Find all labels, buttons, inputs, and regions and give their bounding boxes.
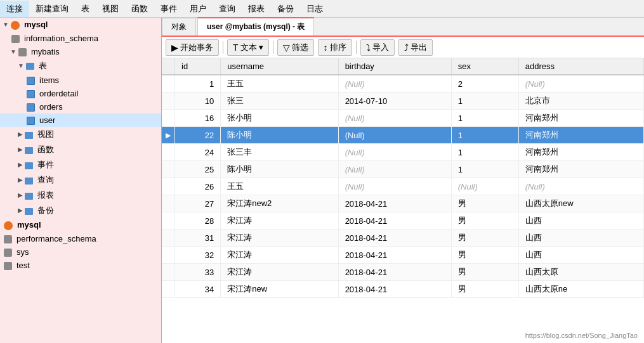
sidebar-item-11[interactable]: ▶查询 — [0, 172, 161, 188]
sidebar-item-14[interactable]: mysql — [0, 218, 161, 232]
tab-active[interactable]: user @mybatis (mysql) - 表 — [197, 17, 314, 36]
table-row[interactable]: 27宋江涛new22018-04-21男山西太原new — [162, 195, 644, 212]
table-container[interactable]: id username birthday sex address 1王五(Nul… — [162, 58, 644, 343]
sidebar-item-8[interactable]: ▶视图 — [0, 127, 161, 142]
filter-btn[interactable]: ▽筛选 — [277, 39, 314, 56]
toolbar-separator-3 — [273, 41, 273, 54]
table-row[interactable]: 1王五(Null)2(Null) — [162, 75, 644, 93]
menu-bar: 连接新建查询表视图函数事件用户查询报表备份日志 — [0, 0, 644, 18]
sidebar-item-2[interactable]: ▼mybatis — [0, 45, 161, 58]
cell-birthday-5: (Null) — [338, 161, 451, 178]
col-id[interactable]: id — [175, 58, 221, 75]
sidebar-label-14: mysql — [17, 220, 41, 230]
cell-username-7: 宋江涛new2 — [221, 195, 338, 212]
row-indicator-7 — [162, 195, 175, 212]
cell-sex-2: 1 — [451, 110, 518, 127]
menu-item-连接[interactable]: 连接 — [0, 1, 29, 17]
row-indicator-9 — [162, 230, 175, 247]
main-layout: ▼mysqlinformation_schema▼mybatis▼表itemso… — [0, 18, 644, 343]
sidebar-item-15[interactable]: performance_schema — [0, 232, 161, 245]
table-row[interactable]: 33宋江涛2018-04-21男山西太原 — [162, 264, 644, 281]
table-row[interactable]: 28宋江涛2018-04-21男山西 — [162, 212, 644, 230]
table-row[interactable]: 34宋江涛new2018-04-21男山西太原ne — [162, 281, 644, 298]
cell-address-8: 山西 — [518, 212, 643, 230]
import-btn-label: 导入 — [372, 42, 389, 53]
begin-transaction-btn-label: 开始事务 — [180, 42, 213, 53]
sidebar-item-1[interactable]: information_schema — [0, 32, 161, 45]
cell-birthday-0: (Null) — [338, 75, 451, 93]
item-icon-1 — [11, 34, 22, 43]
menu-item-日志[interactable]: 日志 — [300, 1, 329, 17]
sidebar-item-17[interactable]: test — [0, 259, 161, 272]
begin-transaction-btn[interactable]: ▶开始事务 — [166, 39, 219, 56]
item-icon-10 — [25, 160, 35, 169]
table-row[interactable]: 25陈小明(Null)1河南郑州 — [162, 161, 644, 178]
dropdown-arrow: ▾ — [259, 42, 263, 52]
cell-username-1: 张三 — [221, 93, 338, 110]
menu-item-函数[interactable]: 函数 — [125, 1, 154, 17]
export-btn[interactable]: ⤴导出 — [398, 39, 433, 56]
table-row[interactable]: ▶22陈小明(Null)1河南郑州 — [162, 127, 644, 144]
menu-item-查询[interactable]: 查询 — [213, 1, 242, 17]
filter-btn-icon: ▽ — [283, 42, 290, 53]
sidebar-item-7[interactable]: user — [0, 113, 161, 127]
menu-item-报表[interactable]: 报表 — [242, 1, 271, 17]
cell-id-3: 22 — [175, 127, 221, 144]
menu-item-新建查询[interactable]: 新建查询 — [29, 1, 75, 17]
table-row[interactable]: 10张三2014-07-101北京市 — [162, 93, 644, 110]
sidebar-item-12[interactable]: ▶报表 — [0, 188, 161, 203]
expand-icon-8: ▶ — [18, 131, 23, 138]
sidebar-item-5[interactable]: orderdetail — [0, 87, 161, 100]
toolbar: ▶开始事务T文本▾▽筛选↕排序⤵导入⤴导出 — [162, 37, 644, 58]
table-row[interactable]: 31宋江涛2018-04-21男山西 — [162, 230, 644, 247]
cell-sex-4: 1 — [451, 144, 518, 161]
sidebar-item-0[interactable]: ▼mysql — [0, 18, 161, 32]
expand-icon-9: ▶ — [18, 146, 23, 153]
text-btn[interactable]: T文本▾ — [227, 39, 269, 56]
sidebar-label-15: performance_schema — [16, 234, 96, 243]
cell-id-10: 32 — [175, 247, 221, 264]
toolbar-separator-1 — [223, 41, 223, 54]
sort-btn[interactable]: ↕排序 — [318, 39, 352, 56]
table-row[interactable]: 26王五(Null)(Null)(Null) — [162, 178, 644, 195]
expand-icon-11: ▶ — [18, 176, 23, 183]
table-row[interactable]: 32宋江涛2018-04-21男山西 — [162, 247, 644, 264]
import-btn[interactable]: ⤵导入 — [360, 39, 395, 56]
table-header-row: id username birthday sex address — [162, 58, 644, 75]
tab-object[interactable]: 对象 — [162, 18, 196, 36]
cell-id-2: 16 — [175, 110, 221, 127]
cell-username-6: 王五 — [221, 178, 338, 195]
menu-item-备份[interactable]: 备份 — [271, 1, 300, 17]
sidebar-label-16: sys — [16, 247, 29, 257]
sidebar-label-1: information_schema — [24, 34, 98, 43]
table-row[interactable]: 24张三丰(Null)1河南郑州 — [162, 144, 644, 161]
col-sex[interactable]: sex — [451, 58, 518, 75]
menu-item-表[interactable]: 表 — [75, 1, 96, 17]
cell-birthday-4: (Null) — [338, 144, 451, 161]
col-birthday[interactable]: birthday — [338, 58, 451, 75]
item-icon-0 — [11, 20, 22, 30]
row-indicator-6 — [162, 178, 175, 195]
sidebar-item-4[interactable]: items — [0, 74, 161, 87]
sidebar-item-10[interactable]: ▶事件 — [0, 157, 161, 172]
sidebar-item-13[interactable]: ▶备份 — [0, 203, 161, 218]
sidebar-item-3[interactable]: ▼表 — [0, 58, 161, 74]
sidebar-label-6: orders — [39, 102, 63, 112]
col-address[interactable]: address — [518, 58, 643, 75]
col-username[interactable]: username — [221, 58, 338, 75]
cell-username-8: 宋江涛 — [221, 212, 338, 230]
menu-item-用户[interactable]: 用户 — [183, 1, 213, 17]
item-icon-2 — [18, 47, 29, 56]
cell-sex-12: 男 — [451, 281, 518, 298]
table-row[interactable]: 16张小明(Null)1河南郑州 — [162, 110, 644, 127]
item-icon-13 — [25, 205, 35, 215]
sidebar-label-12: 报表 — [37, 190, 54, 201]
cell-username-2: 张小明 — [221, 110, 338, 127]
sidebar-item-16[interactable]: sys — [0, 245, 161, 259]
sidebar-item-9[interactable]: ▶函数 — [0, 142, 161, 157]
sidebar-item-6[interactable]: orders — [0, 100, 161, 113]
tab-bar: 对象 user @mybatis (mysql) - 表 — [162, 18, 644, 37]
menu-item-视图[interactable]: 视图 — [96, 1, 125, 17]
cell-sex-11: 男 — [451, 264, 518, 281]
menu-item-事件[interactable]: 事件 — [154, 1, 183, 17]
